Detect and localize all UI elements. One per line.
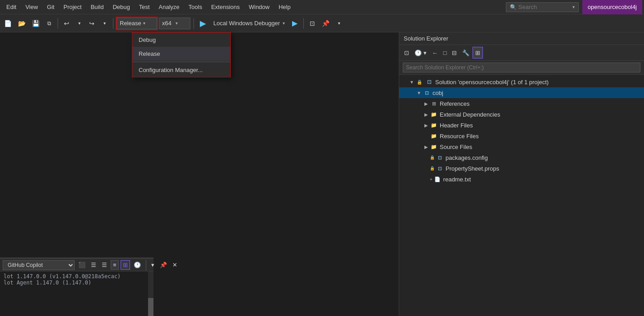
tree-readme[interactable]: + 📄 readme.txt — [399, 174, 644, 185]
readme-plus-icon: + — [430, 177, 432, 182]
tree-resource-files[interactable]: 📁 Resource Files — [399, 131, 644, 141]
search-arrow-icon: ▾ — [572, 5, 575, 9]
config-selected-label: Release — [120, 20, 141, 27]
menu-extensions[interactable]: Extensions — [207, 2, 244, 12]
source-files-label: Source Files — [440, 144, 472, 150]
config-dropdown-menu: Debug Release Configuration Manager... — [132, 32, 231, 77]
tree-source-files[interactable]: ▶ 📁 Source Files — [399, 141, 644, 152]
sol-tool-active-button[interactable]: ⊞ — [473, 47, 483, 59]
tree-references[interactable]: ▶ ⊞ References — [399, 98, 644, 109]
redo-arrow-button[interactable]: ▾ — [99, 17, 110, 30]
debugger-dropdown[interactable]: Local Windows Debugger ▾ — [211, 18, 288, 29]
toolbar: 📄 📂 💾 ⧉ ↩ ▾ ↪ ▾ Release ▾ x64 ▾ ▶ Local … — [0, 14, 644, 32]
dropdown-configuration-manager-item[interactable]: Configuration Manager... — [132, 63, 230, 77]
redo-button[interactable]: ↪ — [86, 17, 97, 30]
save-button[interactable]: 💾 — [30, 17, 42, 30]
new-file-button[interactable]: 📄 — [2, 17, 14, 30]
bottom-line-2: lot Agent 1.147.0 (1.147.0) — [4, 280, 150, 286]
menu-window[interactable]: Window — [244, 2, 274, 12]
toolbar-window-button[interactable]: ⊡ — [307, 17, 318, 30]
references-label: References — [440, 100, 469, 107]
bp-indent-button[interactable]: ≡ — [111, 260, 119, 270]
menu-git[interactable]: Git — [42, 2, 59, 12]
solution-file-icon: ⊡ — [425, 78, 433, 86]
resource-files-label: Resource Files — [440, 133, 479, 140]
sol-tool-collapse-button[interactable]: ⊟ — [450, 47, 459, 59]
bp-code-button[interactable]: ⊞ — [121, 260, 130, 270]
packages-config-icon: ⊡ — [436, 153, 444, 162]
tree-expand-header-icon: ▶ — [423, 123, 430, 128]
packages-lock-icon: 🔒 — [430, 155, 435, 160]
tree-expand-solution-icon: ▼ — [408, 80, 415, 85]
save-all-button[interactable]: ⧉ — [44, 17, 54, 30]
scrollbar-thumb — [148, 298, 153, 316]
bp-align-left-button[interactable]: ⬛ — [77, 261, 87, 269]
sol-tool-wrench-button[interactable]: 🔧 — [460, 47, 472, 59]
dropdown-release-item[interactable]: Release — [132, 47, 230, 61]
bp-align-right-button[interactable]: ☰ — [100, 261, 109, 269]
menu-help[interactable]: Help — [274, 2, 295, 12]
bp-close-button[interactable]: ✕ — [171, 261, 179, 269]
run-button[interactable]: ▶ — [289, 18, 300, 28]
start-debug-play-button[interactable]: ▶ — [197, 18, 209, 29]
props-lock-icon: 🔒 — [430, 166, 435, 171]
toolbar-pin-button[interactable]: 📌 — [320, 17, 332, 30]
menu-debug[interactable]: Debug — [108, 2, 134, 12]
menu-build[interactable]: Build — [86, 2, 108, 12]
divider-1 — [58, 18, 58, 29]
menu-analyze[interactable]: Analyze — [154, 2, 184, 12]
tree-packages-config[interactable]: 🔒 ⊡ packages.config — [399, 152, 644, 163]
menu-view[interactable]: View — [21, 2, 42, 12]
tree-property-sheet[interactable]: 🔒 ⊡ PropertySheet.props — [399, 163, 644, 174]
toolbar-pin-arrow-button[interactable]: ▾ — [333, 17, 344, 30]
props-file-icon: ⊡ — [436, 164, 444, 172]
tree-expand-project-icon: ▼ — [415, 90, 423, 95]
tree-expand-extdeps-icon: ▶ — [423, 112, 430, 117]
undo-arrow-button[interactable]: ▾ — [74, 17, 85, 30]
dropdown-debug-item[interactable]: Debug — [132, 33, 230, 47]
dropdown-separator — [132, 62, 230, 62]
title-bar: opensourcecobol4j — [582, 0, 642, 14]
readme-file-icon: 📄 — [433, 175, 441, 183]
tree-project-root[interactable]: ▼ ⊡ cobj — [399, 87, 644, 98]
solution-search-container — [399, 61, 644, 75]
sol-tool-sync-button[interactable]: ⊡ — [402, 47, 411, 59]
tree-external-deps[interactable]: ▶ 📁 External Dependencies — [399, 109, 644, 120]
solution-label: Solution 'opensourcecobol4j' (1 of 1 pro… — [435, 79, 549, 86]
bp-clock-button[interactable]: 🕐 — [132, 261, 143, 269]
tree-header-files[interactable]: ▶ 📁 Header Files — [399, 120, 644, 131]
tree-solution-root[interactable]: ▼ 🔒 ⊡ Solution 'opensourcecobol4j' (1 of… — [399, 77, 644, 87]
bottom-scrollbar[interactable] — [148, 271, 153, 316]
references-icon: ⊞ — [430, 99, 438, 108]
bp-pin-button[interactable]: 📌 — [158, 261, 169, 269]
solution-search-input[interactable] — [403, 63, 640, 72]
menu-project[interactable]: Project — [59, 2, 86, 12]
sol-tool-expand-button[interactable]: □ — [441, 47, 449, 59]
project-title: opensourcecobol4j — [588, 4, 637, 10]
property-sheet-label: PropertySheet.props — [446, 165, 499, 172]
sol-tool-back-button[interactable]: ← — [430, 47, 440, 59]
menu-edit[interactable]: Edit — [2, 2, 21, 12]
source-dropdown[interactable]: GitHub Copilot — [3, 260, 75, 270]
search-input[interactable] — [518, 4, 572, 10]
platform-dropdown[interactable]: x64 ▾ — [159, 18, 190, 29]
solution-toolbar: ⊡ 🕐 ▾ ← □ ⊟ 🔧 ⊞ — [399, 45, 644, 61]
project-label: cobj — [432, 90, 443, 96]
readme-label: readme.txt — [443, 176, 471, 183]
bp-dropdown-button[interactable]: ▾ — [149, 261, 156, 269]
undo-button[interactable]: ↩ — [61, 17, 72, 30]
bottom-panel-tools: GitHub Copilot ⬛ ☰ ☰ ≡ ⊞ 🕐 ▾ 📌 ✕ — [3, 260, 179, 271]
sol-tool-clock-dropdown-button[interactable]: 🕐 ▾ — [412, 47, 429, 59]
menu-tools[interactable]: Tools — [184, 2, 207, 12]
divider-4 — [303, 18, 304, 29]
bottom-line-1: lot 1.147.0.0 (v1.147.0.0@218a5ecac) — [4, 273, 150, 280]
bottom-panel-header: GitHub Copilot ⬛ ☰ ☰ ≡ ⊞ 🕐 ▾ 📌 ✕ — [0, 259, 153, 271]
config-dropdown[interactable]: Release ▾ — [117, 18, 157, 29]
solution-explorer-title: Solution Explorer — [404, 35, 448, 42]
open-file-button[interactable]: 📂 — [16, 17, 28, 30]
search-icon: 🔍 — [510, 4, 517, 10]
menu-test[interactable]: Test — [135, 2, 154, 12]
solution-explorer-panel: Solution Explorer ⊡ 🕐 ▾ ← □ ⊟ 🔧 ⊞ ▼ 🔒 ⊡ … — [399, 32, 644, 316]
bp-align-center-button[interactable]: ☰ — [89, 261, 98, 269]
search-box[interactable]: 🔍 ▾ — [506, 2, 579, 12]
